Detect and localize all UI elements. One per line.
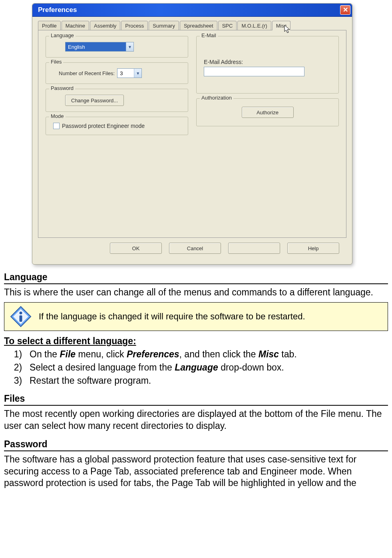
authorization-group: Authorization Authorize <box>196 98 339 126</box>
step-3: Restart the software program. <box>27 375 388 386</box>
email-group: E-Mail E-Mail Address: <box>196 36 339 94</box>
mode-legend: Mode <box>49 113 66 119</box>
recent-files-label: Number of Recent Files: <box>59 70 115 76</box>
authorization-legend: Authorization <box>200 95 233 101</box>
password-legend: Password <box>49 85 75 91</box>
engineer-mode-checkbox[interactable] <box>53 123 60 129</box>
chevron-down-icon: ▼ <box>134 69 141 78</box>
section-password-body: The software has a global password prote… <box>4 454 388 489</box>
tab-misc-label: Misc <box>276 23 287 29</box>
chevron-down-icon: ▼ <box>126 42 133 51</box>
cancel-button[interactable]: Cancel <box>169 243 221 254</box>
tab-strip: Profile Machine Assembly Process Summary… <box>38 21 346 30</box>
mode-group: Mode Password protect Engineer mode <box>46 117 188 135</box>
section-language-body: This is where the user can change all of… <box>4 287 388 298</box>
note-box: If the language is changed it will requi… <box>4 302 388 331</box>
close-icon: ✕ <box>343 7 348 13</box>
window-title: Preferences <box>38 6 77 14</box>
step-2: Select a desired language from the Langu… <box>27 362 388 373</box>
files-group: Files Number of Recent Files: 3 ▼ <box>46 62 188 84</box>
preferences-dialog: Preferences ✕ Profile Machine Assembly P… <box>32 3 352 265</box>
password-group: Password Change Password... <box>46 89 188 112</box>
note-text: If the language is changed it will requi… <box>39 311 305 322</box>
tab-misc[interactable]: Misc <box>272 21 291 30</box>
procedure-list: On the File menu, click Preferences, and… <box>4 349 388 386</box>
tab-spreadsheet[interactable]: Spreadsheet <box>180 21 217 30</box>
section-heading-password: Password <box>4 439 388 451</box>
engineer-mode-label: Password protect Engineer mode <box>62 123 145 129</box>
change-password-button[interactable]: Change Password... <box>65 95 124 106</box>
close-button[interactable]: ✕ <box>340 5 350 15</box>
tab-process[interactable]: Process <box>121 21 148 30</box>
email-input[interactable] <box>204 67 304 76</box>
tab-summary[interactable]: Summary <box>149 21 179 30</box>
email-legend: E-Mail <box>200 32 218 38</box>
language-dropdown[interactable]: English ▼ <box>65 42 134 52</box>
section-files-body: The most recently open working directori… <box>4 408 388 432</box>
apply-button[interactable] <box>228 243 280 254</box>
svg-rect-3 <box>20 315 22 322</box>
language-legend: Language <box>49 32 76 38</box>
procedure-heading: To select a different language: <box>4 336 388 347</box>
svg-point-2 <box>20 312 22 315</box>
recent-files-dropdown[interactable]: 3 ▼ <box>117 68 142 78</box>
tab-mole[interactable]: M.O.L.E.(r) <box>237 21 271 30</box>
info-icon <box>10 306 32 327</box>
ok-button[interactable]: OK <box>110 243 162 254</box>
tab-spc[interactable]: SPC <box>218 21 237 30</box>
tab-assembly[interactable]: Assembly <box>90 21 120 30</box>
language-group: Language English ▼ <box>46 36 188 58</box>
section-heading-files: Files <box>4 393 388 406</box>
tab-machine[interactable]: Machine <box>62 21 89 30</box>
help-button[interactable]: Help <box>287 243 339 254</box>
language-value: English <box>66 42 126 51</box>
section-heading-language: Language <box>4 272 388 284</box>
step-1: On the File menu, click Preferences, and… <box>27 349 388 360</box>
files-legend: Files <box>49 59 63 65</box>
tab-profile[interactable]: Profile <box>38 21 61 30</box>
dialog-button-bar: OK Cancel Help <box>38 238 346 260</box>
email-label: E-Mail Address: <box>204 59 334 65</box>
titlebar: Preferences ✕ <box>32 4 352 17</box>
recent-files-value: 3 <box>117 69 134 78</box>
authorize-button[interactable]: Authorize <box>242 107 294 118</box>
